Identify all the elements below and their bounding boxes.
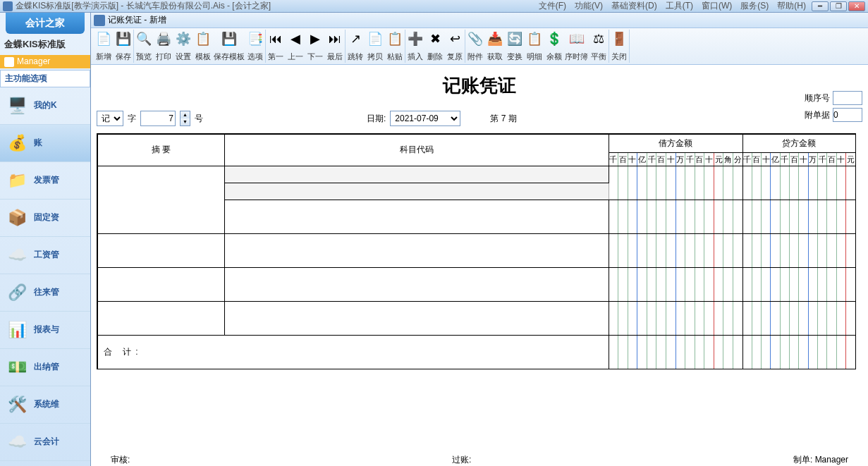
titlebar: 金蝶KIS标准版[教学演示版] - 长城汽车股份有限公司.Ais - [会计之家… (0, 0, 868, 13)
tb-fetch[interactable]: 📥获取 (485, 30, 505, 63)
menubar: 文件(F) 功能(V) 基础资料(D) 工具(T) 窗口(W) 服务(S) 帮助… (539, 0, 806, 12)
insert-icon: ➕ (408, 31, 423, 47)
voucher-number-input[interactable] (140, 111, 176, 126)
first-icon: ⏮ (268, 31, 283, 47)
exit-icon: 🚪 (611, 31, 627, 47)
prev-icon: ◀ (288, 31, 303, 47)
transform-icon: 🔄 (507, 31, 522, 47)
sidebar: 会计之家 金蝶KIS标准版 Manager 主功能选项 🖥️我的K 💰账 📁发票… (0, 13, 90, 466)
tb-ledger[interactable]: 📖序时簿 (564, 30, 589, 63)
options-icon: 📑 (247, 31, 263, 47)
nav-reports[interactable]: 📊报表与 (0, 312, 90, 349)
nav-cashier[interactable]: 💵出纳管 (0, 349, 90, 386)
col-credit: 贷方金额 (742, 134, 855, 152)
nav-invoice[interactable]: 📁发票管 (0, 162, 90, 200)
nav-transactions[interactable]: 🔗往来管 (0, 274, 90, 312)
main-options[interactable]: 主功能选项 (0, 70, 90, 87)
date-picker[interactable]: 2021-07-09 (390, 111, 460, 126)
menu-window[interactable]: 窗口(W) (702, 0, 732, 12)
grid-row[interactable] (97, 166, 855, 183)
tool-icon: 🛠️ (6, 393, 28, 416)
paste-icon: 📋 (387, 31, 403, 47)
col-debit: 借方金额 (609, 134, 742, 152)
voucher-meta: 记 字 ▲▼ 号 日期: 2021-07-09 第 7 期 顺序号 附单据 (97, 111, 862, 126)
grid-row[interactable] (97, 200, 855, 233)
money-icon: 💰 (6, 132, 28, 154)
app-icon (3, 1, 13, 11)
tb-paste[interactable]: 📋粘贴 (385, 30, 405, 63)
last-icon: ⏭ (327, 31, 343, 47)
poster-label: 过账: (452, 454, 471, 466)
menu-file[interactable]: 文件(F) (539, 0, 566, 12)
voucher-grid[interactable]: 摘 要 科目代码 借方金额 贷方金额 千百十亿千百十万千百十元角分 千百十亿千百… (97, 133, 856, 369)
char-label: 字 (128, 113, 136, 125)
tb-transform[interactable]: 🔄变换 (505, 30, 525, 63)
jump-icon: ↗ (348, 31, 363, 47)
tb-first[interactable]: ⏮第一 (266, 30, 286, 63)
nav-my-k[interactable]: 🖥️我的K (0, 87, 90, 125)
tb-attach[interactable]: 📎附件 (465, 30, 485, 63)
subwindow-titlebar: 记账凭证 - 新增 (91, 13, 868, 28)
maker: 制单: Manager (793, 454, 848, 466)
tb-equal[interactable]: ⚖平衡 (589, 30, 609, 63)
menu-base[interactable]: 基础资料(D) (611, 0, 657, 12)
nav-system[interactable]: 🛠️系统维 (0, 386, 90, 424)
date-label: 日期: (367, 113, 386, 125)
num-label: 号 (195, 113, 203, 125)
minimize-button[interactable]: ━ (812, 1, 829, 11)
maximize-button[interactable]: ❐ (830, 1, 847, 11)
number-spinner[interactable]: ▲▼ (180, 111, 190, 126)
menu-help[interactable]: 帮助(H) (777, 0, 806, 12)
tb-undo[interactable]: ↩复原 (445, 30, 465, 63)
tb-template[interactable]: 📋模板 (193, 30, 213, 63)
tb-balance[interactable]: 💲余额 (544, 30, 564, 63)
tb-settings[interactable]: ⚙️设置 (173, 30, 193, 63)
nav-accounting[interactable]: 💰账 (0, 125, 90, 162)
tb-savetpl[interactable]: 💾保存模板 (213, 30, 245, 63)
col-summary: 摘 要 (97, 134, 224, 166)
tb-preview[interactable]: 🔍预览 (134, 30, 154, 63)
tb-save[interactable]: 💾保存 (114, 30, 133, 63)
grid-row[interactable] (97, 301, 855, 335)
detail-icon: 📋 (527, 31, 542, 47)
tb-delete[interactable]: ✖删除 (425, 30, 445, 63)
grid-row[interactable] (97, 267, 855, 301)
attach-input[interactable] (833, 108, 862, 122)
tb-detail[interactable]: 📋明细 (525, 30, 544, 63)
tb-options[interactable]: 📑选项 (245, 30, 265, 63)
scale-icon: ⚖ (591, 31, 606, 47)
link-icon: 🔗 (6, 281, 28, 304)
close-button[interactable]: ✕ (848, 1, 865, 11)
next-icon: ▶ (307, 31, 323, 47)
user-bar[interactable]: Manager (0, 55, 90, 68)
tb-last[interactable]: ⏭最后 (325, 30, 345, 63)
nav-asset[interactable]: 📦固定资 (0, 200, 90, 237)
tb-jump[interactable]: ↗跳转 (346, 30, 365, 63)
tb-insert[interactable]: ➕插入 (405, 30, 425, 63)
menu-func[interactable]: 功能(V) (575, 0, 603, 12)
user-icon (4, 57, 14, 67)
toolbar: 📄新增 💾保存 🔍预览 🖨️打印 ⚙️设置 📋模板 💾保存模板 📑选项 ⏮第一 … (91, 28, 868, 65)
seq-input[interactable] (833, 91, 862, 105)
menu-service[interactable]: 服务(S) (740, 0, 769, 12)
menu-tool[interactable]: 工具(T) (666, 0, 693, 12)
window-buttons: ━ ❐ ✕ (812, 1, 865, 11)
tb-next[interactable]: ▶下一 (305, 30, 325, 63)
tb-print[interactable]: 🖨️打印 (154, 30, 173, 63)
grid-row[interactable] (97, 233, 855, 267)
nav-salary[interactable]: ☁️工资管 (0, 237, 90, 274)
tb-close[interactable]: 🚪关闭 (609, 30, 629, 63)
home-tab[interactable]: 会计之家 (6, 13, 85, 34)
print-icon: 🖨️ (156, 31, 171, 47)
nav-cloud[interactable]: ☁️云会计 (0, 424, 90, 461)
tb-copy[interactable]: 📄拷贝 (365, 30, 385, 63)
tb-prev[interactable]: ◀上一 (286, 30, 305, 63)
debit-digits: 千百十亿千百十万千百十元角分 (609, 153, 742, 166)
fetch-icon: 📥 (487, 31, 503, 47)
subwindow-title: 记账凭证 - 新增 (108, 14, 166, 26)
new-icon: 📄 (96, 31, 111, 47)
attach-label: 附单据 (805, 109, 830, 121)
tb-new[interactable]: 📄新增 (94, 30, 114, 63)
voucher-type-select[interactable]: 记 (97, 111, 123, 126)
titlebar-text: 金蝶KIS标准版[教学演示版] - 长城汽车股份有限公司.Ais - [会计之家… (16, 0, 539, 12)
